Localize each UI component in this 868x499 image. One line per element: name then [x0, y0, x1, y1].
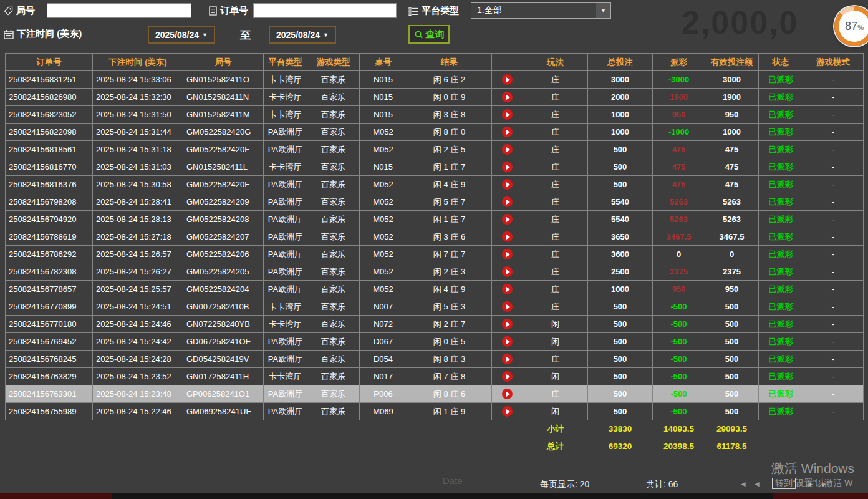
- chevron-down-icon: ▼: [596, 3, 610, 18]
- replay-play-button[interactable]: [502, 284, 513, 294]
- subtotal-spacer: [6, 420, 523, 438]
- replay-play-button[interactable]: [502, 196, 513, 207]
- table-row[interactable]: 2508241568220982025-08-24 15:31:44GM0522…: [6, 124, 864, 141]
- table-row[interactable]: 2508241568163762025-08-24 15:30:58GM0522…: [6, 176, 864, 193]
- cell-status: 已派彩: [759, 141, 803, 158]
- table-row[interactable]: 2508241568167702025-08-24 15:31:03GN0152…: [6, 158, 864, 176]
- cell-game-mode: -: [803, 403, 864, 420]
- replay-play-button[interactable]: [502, 301, 513, 312]
- query-button-label: 查询: [426, 29, 445, 41]
- cell-payout: -500: [653, 368, 705, 385]
- table-row[interactable]: 2508241567682452025-08-24 15:24:28GD0542…: [6, 351, 864, 368]
- table-row[interactable]: 2508241567633012025-08-24 15:23:48GP0062…: [6, 385, 864, 403]
- cell-order-id: 250824156816376: [6, 176, 93, 193]
- table-row[interactable]: 2508241567786572025-08-24 15:25:57GM0522…: [6, 281, 864, 298]
- cell-round-id: GD067258241OE: [183, 333, 264, 351]
- replay-play-button[interactable]: [502, 214, 513, 225]
- cell-total-bet: 5540: [588, 193, 653, 211]
- cell-table-no: M052: [360, 176, 407, 193]
- cell-platform: PA欧洲厅: [264, 281, 307, 298]
- cell-result: 闲 4 庄 9: [407, 176, 492, 193]
- cell-replay: [492, 89, 523, 106]
- date-to-dropdown[interactable]: 2025/08/24 ▼: [269, 26, 336, 44]
- replay-play-button[interactable]: [502, 371, 513, 382]
- table-row[interactable]: 2508241567949202025-08-24 15:28:13GM0522…: [6, 211, 864, 228]
- date-from-dropdown[interactable]: 2025/08/24 ▼: [148, 26, 215, 44]
- query-button[interactable]: 查询: [408, 25, 450, 44]
- cell-round-id: GM05225824205: [183, 263, 264, 281]
- bet-time-label-group: 下注时间 (美东): [4, 28, 82, 40]
- replay-play-button[interactable]: [502, 162, 513, 172]
- table-row[interactable]: 2508241567559892025-08-24 15:22:46GM0692…: [6, 403, 864, 420]
- table-row[interactable]: 2508241567862922025-08-24 15:26:57GM0522…: [6, 246, 864, 263]
- cell-valid-bet: 500: [705, 298, 759, 316]
- cell-status: 已派彩: [759, 246, 803, 263]
- cell-bet-time: 2025-08-24 15:24:46: [93, 316, 183, 333]
- cell-status: 已派彩: [759, 158, 803, 176]
- summary-section: 小计 33830 14093.5 29093.5 总计 69320 20398.…: [6, 420, 864, 455]
- table-row[interactable]: 2508241568185612025-08-24 15:31:18GM0522…: [6, 141, 864, 158]
- replay-play-button[interactable]: [502, 389, 513, 399]
- cell-play-side: 庄: [523, 141, 588, 158]
- table-row[interactable]: 2508241567886192025-08-24 15:27:18GM0522…: [6, 228, 864, 246]
- replay-play-button[interactable]: [502, 319, 513, 329]
- cell-round-id: GP006258241O1: [183, 385, 264, 403]
- table-row[interactable]: 2508241567708992025-08-24 15:24:51GN0072…: [6, 298, 864, 316]
- replay-play-button[interactable]: [502, 127, 513, 137]
- table-row[interactable]: 2508241567823082025-08-24 15:26:27GM0522…: [6, 263, 864, 281]
- table-row[interactable]: 2508241567982082025-08-24 15:28:41GM0522…: [6, 193, 864, 211]
- table-row[interactable]: 2508241567638292025-08-24 15:23:52GN0172…: [6, 368, 864, 385]
- total-row: 总计 69320 20398.5 61178.5: [6, 438, 864, 455]
- cell-replay: [492, 124, 523, 141]
- replay-play-button[interactable]: [502, 144, 513, 155]
- table-row[interactable]: 2508241568230522025-08-24 15:31:50GN0152…: [6, 106, 864, 124]
- cell-game-mode: -: [803, 106, 864, 124]
- play-icon: [506, 409, 510, 414]
- cell-replay: [492, 141, 523, 158]
- order-no-label-group: 订单号: [209, 5, 248, 17]
- replay-play-button[interactable]: [502, 249, 513, 259]
- round-no-input[interactable]: [47, 3, 191, 18]
- cell-total-bet: 3600: [588, 246, 653, 263]
- replay-play-button[interactable]: [502, 266, 513, 277]
- cell-total-bet: 2000: [588, 89, 653, 106]
- table-row[interactable]: 2508241567694522025-08-24 15:24:42GD0672…: [6, 333, 864, 351]
- order-no-input[interactable]: [253, 3, 397, 18]
- platform-type-select[interactable]: 1.全部 ▼: [471, 2, 611, 19]
- cell-play-side: 闲: [523, 403, 588, 420]
- prev-page-icon[interactable]: ◄: [753, 480, 761, 488]
- cell-payout: 5263: [653, 193, 705, 211]
- replay-play-button[interactable]: [502, 74, 513, 85]
- cell-game-mode: -: [803, 193, 864, 211]
- per-page-value[interactable]: 20: [580, 479, 590, 489]
- cell-total-bet: 1000: [588, 124, 653, 141]
- cell-result: 闲 8 庄 6: [407, 385, 492, 403]
- cell-table-no: N015: [360, 106, 407, 124]
- table-row[interactable]: 2508241568269802025-08-24 15:32:30GN0152…: [6, 89, 864, 106]
- cell-game-mode: -: [803, 316, 864, 333]
- replay-play-button[interactable]: [502, 336, 513, 347]
- cell-valid-bet: 950: [705, 281, 759, 298]
- first-page-icon[interactable]: ◄: [740, 480, 747, 488]
- total-total-bet: 69320: [588, 438, 653, 455]
- replay-play-button[interactable]: [502, 406, 513, 417]
- replay-play-button[interactable]: [502, 354, 513, 364]
- replay-play-button[interactable]: [502, 109, 513, 120]
- cell-play-side: 闲: [523, 333, 588, 351]
- cell-game-mode: -: [803, 263, 864, 281]
- cell-game-mode: -: [803, 211, 864, 228]
- cell-play-side: 庄: [523, 281, 588, 298]
- table-row[interactable]: 2508241567701802025-08-24 15:24:46GN0722…: [6, 316, 864, 333]
- cell-replay: [492, 316, 523, 333]
- cell-order-id: 250824156823052: [6, 106, 93, 124]
- replay-play-button[interactable]: [502, 179, 513, 190]
- per-page-label: 每页显示:: [540, 479, 577, 489]
- cell-status: 已派彩: [759, 368, 803, 385]
- cell-round-id: GM05225824209: [183, 193, 264, 211]
- table-row[interactable]: 2508241568312512025-08-24 15:33:06GN0152…: [6, 71, 864, 89]
- replay-play-button[interactable]: [502, 92, 513, 102]
- cell-total-bet: 500: [588, 385, 653, 403]
- replay-play-button[interactable]: [502, 231, 513, 242]
- cell-bet-time: 2025-08-24 15:26:57: [93, 246, 183, 263]
- cell-table-no: M052: [360, 281, 407, 298]
